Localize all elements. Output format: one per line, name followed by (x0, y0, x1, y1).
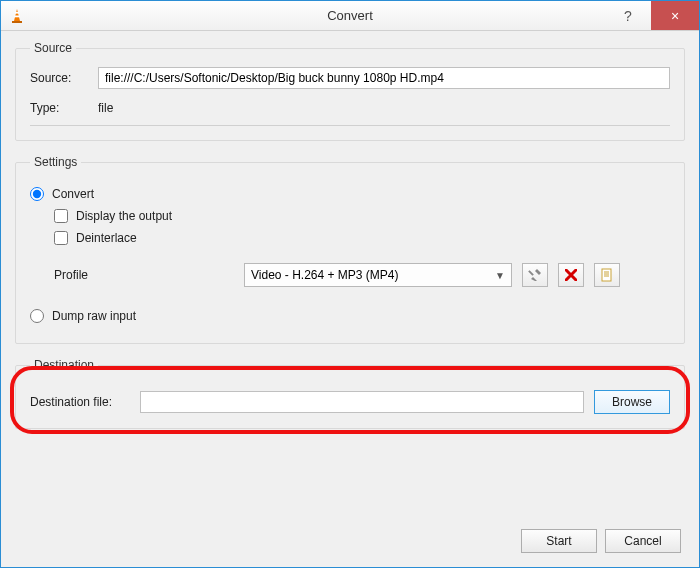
dump-raw-radio[interactable] (30, 309, 44, 323)
close-icon: × (671, 8, 679, 24)
settings-legend: Settings (30, 155, 81, 169)
dialog-footer: Start Cancel (521, 529, 681, 553)
profile-label: Profile (54, 268, 234, 282)
source-input[interactable] (98, 67, 670, 89)
svg-rect-5 (602, 269, 611, 281)
delete-icon (565, 269, 577, 281)
help-button[interactable]: ? (605, 1, 651, 30)
deinterlace-label: Deinterlace (76, 231, 137, 245)
display-output-checkbox[interactable] (54, 209, 68, 223)
help-icon: ? (624, 8, 632, 24)
destination-group: Destination Destination file: Browse (15, 358, 685, 429)
tools-icon (528, 268, 542, 282)
dump-raw-label: Dump raw input (52, 309, 136, 323)
deinterlace-checkbox[interactable] (54, 231, 68, 245)
display-output-label: Display the output (76, 209, 172, 223)
svg-rect-4 (528, 270, 534, 276)
chevron-down-icon: ▼ (495, 270, 505, 281)
edit-profile-button[interactable] (522, 263, 548, 287)
profile-select[interactable]: Video - H.264 + MP3 (MP4) ▼ (244, 263, 512, 287)
vlc-cone-icon (7, 6, 27, 26)
cancel-button[interactable]: Cancel (605, 529, 681, 553)
browse-button[interactable]: Browse (594, 390, 670, 414)
convert-radio-label: Convert (52, 187, 94, 201)
destination-file-input[interactable] (140, 391, 584, 413)
delete-profile-button[interactable] (558, 263, 584, 287)
settings-group: Settings Convert Display the output Dein… (15, 155, 685, 344)
close-button[interactable]: × (651, 1, 699, 30)
window-body: Source Source: Type: file Settings Conve… (1, 31, 699, 567)
svg-rect-3 (12, 21, 22, 23)
destination-file-label: Destination file: (30, 395, 130, 409)
window-title: Convert (1, 8, 699, 23)
source-group: Source Source: Type: file (15, 41, 685, 141)
titlebar: Convert ? × (1, 1, 699, 31)
start-button[interactable]: Start (521, 529, 597, 553)
source-legend: Source (30, 41, 76, 55)
svg-marker-0 (14, 9, 20, 21)
convert-radio[interactable] (30, 187, 44, 201)
profile-select-value: Video - H.264 + MP3 (MP4) (251, 268, 399, 282)
type-value: file (98, 101, 113, 115)
source-label: Source: (30, 71, 90, 85)
new-profile-icon (600, 268, 614, 282)
type-label: Type: (30, 101, 90, 115)
destination-legend: Destination (30, 358, 98, 372)
new-profile-button[interactable] (594, 263, 620, 287)
svg-rect-2 (14, 15, 19, 17)
svg-rect-1 (15, 12, 19, 14)
